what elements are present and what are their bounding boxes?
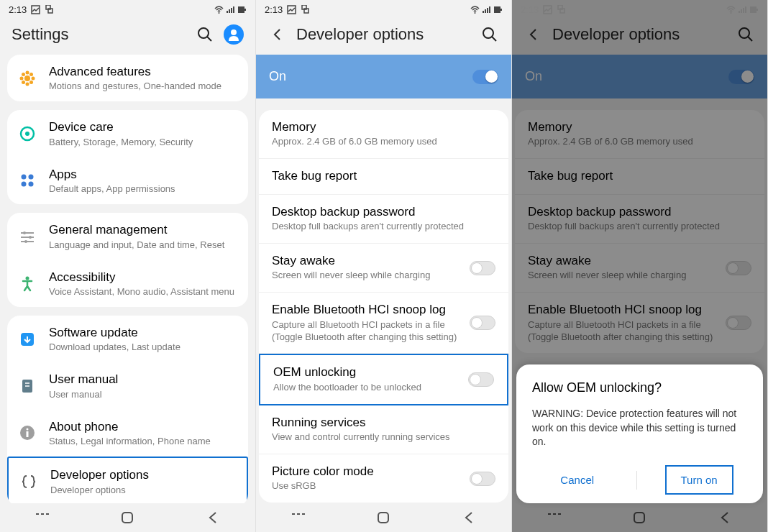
svg-rect-46 xyxy=(494,6,500,13)
row-title: Device care xyxy=(49,120,235,134)
svg-point-9 xyxy=(24,75,30,81)
svg-point-22 xyxy=(22,182,27,187)
apps-icon xyxy=(19,173,35,188)
row-bug-report[interactable]: Take bug report xyxy=(259,159,508,194)
account-button[interactable] xyxy=(224,24,244,45)
svg-point-13 xyxy=(32,76,35,80)
row-sub: View and control currently running servi… xyxy=(272,431,495,444)
row-sub: Battery, Storage, Memory, Security xyxy=(49,137,235,147)
row-memory[interactable]: Memory Approx. 2.4 GB of 6.0 GB memory u… xyxy=(259,110,508,159)
svg-point-36 xyxy=(27,428,29,431)
accessibility-icon xyxy=(19,275,36,292)
svg-point-21 xyxy=(29,175,34,180)
status-bar: 2:13 xyxy=(0,0,255,19)
sliders-icon xyxy=(19,228,36,245)
svg-rect-47 xyxy=(500,9,502,11)
dialog-actions: Cancel Turn on xyxy=(532,465,747,495)
cancel-button[interactable]: Cancel xyxy=(546,467,608,493)
oem-unlock-dialog: Allow OEM unlocking? WARNING: Device pro… xyxy=(516,364,763,503)
recents-button[interactable] xyxy=(35,510,50,525)
row-title: Accessibility xyxy=(49,270,235,285)
row-bluetooth-hci[interactable]: Enable Bluetooth HCI snoop log Capture a… xyxy=(259,293,508,354)
svg-point-15 xyxy=(29,73,33,76)
row-apps[interactable]: Apps Default apps, App permissions xyxy=(7,157,248,204)
developer-options-list: Memory Approx. 2.4 GB of 6.0 GB memory u… xyxy=(259,110,508,503)
row-title: User manual xyxy=(49,372,235,387)
row-software-update[interactable]: Software update Download updates, Last u… xyxy=(7,316,248,362)
row-developer-options[interactable]: Developer options Developer options xyxy=(7,457,248,506)
row-title: Take bug report xyxy=(272,169,495,183)
search-button[interactable] xyxy=(195,24,215,45)
master-switch[interactable] xyxy=(472,70,498,84)
row-accessibility[interactable]: Accessibility Voice Assistant, Mono audi… xyxy=(7,260,248,307)
svg-point-12 xyxy=(20,76,24,80)
picture-switch[interactable] xyxy=(470,472,495,486)
back-button[interactable] xyxy=(462,510,476,525)
bthci-switch[interactable] xyxy=(470,316,495,330)
screen-settings: 2:13 Settings Advanced features Motions … xyxy=(0,0,256,532)
svg-point-27 xyxy=(29,236,32,239)
row-running-services[interactable]: Running services View and control curren… xyxy=(259,405,508,454)
row-title: Stay awake xyxy=(272,254,462,268)
signal-icon xyxy=(482,5,491,14)
chevron-left-icon xyxy=(270,27,285,42)
back-button[interactable] xyxy=(268,24,288,45)
svg-point-48 xyxy=(483,28,493,38)
row-sub: Download updates, Last update xyxy=(49,341,235,352)
row-oem-unlocking[interactable]: OEM unlocking Allow the bootloader to be… xyxy=(259,354,508,405)
status-bar: 2:13 xyxy=(256,0,511,19)
row-sub: Default apps, App permissions xyxy=(49,183,235,194)
row-title: General management xyxy=(49,223,235,237)
row-picture-color-mode[interactable]: Picture color mode Use sRGB xyxy=(259,454,508,503)
svg-point-23 xyxy=(29,182,34,187)
row-sub: Use sRGB xyxy=(272,480,462,492)
person-icon xyxy=(227,28,240,41)
master-toggle-banner[interactable]: On xyxy=(256,55,511,98)
svg-point-25 xyxy=(23,231,26,234)
device-care-icon xyxy=(19,125,36,142)
svg-point-16 xyxy=(22,81,25,84)
wifi-icon xyxy=(214,5,224,14)
info-icon xyxy=(19,424,36,441)
stay-awake-switch[interactable] xyxy=(470,261,495,275)
svg-point-30 xyxy=(26,277,29,280)
svg-line-49 xyxy=(492,37,496,41)
oem-switch[interactable] xyxy=(468,372,494,387)
svg-line-7 xyxy=(207,37,211,41)
search-button[interactable] xyxy=(480,24,500,45)
image-icon xyxy=(31,5,40,14)
recents-button[interactable] xyxy=(291,510,306,525)
wifi-icon xyxy=(470,5,480,14)
row-device-care[interactable]: Device care Battery, Storage, Memory, Se… xyxy=(7,110,248,157)
row-title: Picture color mode xyxy=(272,464,462,479)
row-sub: Developer options xyxy=(50,485,234,495)
page-title: Settings xyxy=(12,25,186,44)
row-about-phone[interactable]: About phone Status, Legal information, P… xyxy=(7,410,248,457)
signal-icon xyxy=(226,5,235,14)
update-icon xyxy=(19,331,36,348)
status-time: 2:13 xyxy=(265,4,283,15)
divider xyxy=(636,471,637,490)
home-button[interactable] xyxy=(120,510,134,525)
row-sub: User manual xyxy=(49,389,235,400)
page-title: Developer options xyxy=(296,25,471,44)
row-advanced-features[interactable]: Advanced features Motions and gestures, … xyxy=(7,55,248,101)
home-button[interactable] xyxy=(376,510,390,525)
row-user-manual[interactable]: User manual User manual xyxy=(7,362,248,409)
row-title: Desktop backup password xyxy=(272,205,495,219)
row-general-management[interactable]: General management Language and input, D… xyxy=(7,213,248,260)
row-stay-awake[interactable]: Stay awake Screen will never sleep while… xyxy=(259,244,508,293)
turn-on-button[interactable]: Turn on xyxy=(665,465,733,495)
row-title: Software update xyxy=(49,326,235,340)
svg-rect-4 xyxy=(238,6,244,13)
row-backup-password[interactable]: Desktop backup password Desktop full bac… xyxy=(259,195,508,244)
back-button[interactable] xyxy=(206,510,220,525)
settings-group-3: General management Language and input, D… xyxy=(7,213,248,307)
row-sub: Approx. 2.4 GB of 6.0 GB memory used xyxy=(272,136,495,148)
settings-group-4: Software update Download updates, Last u… xyxy=(7,316,248,507)
screen-developer-options: 2:13 Developer options On Memory Approx.… xyxy=(256,0,512,532)
search-icon xyxy=(197,27,213,42)
row-title: OEM unlocking xyxy=(273,365,461,380)
svg-rect-37 xyxy=(27,431,29,437)
svg-point-10 xyxy=(26,70,29,74)
